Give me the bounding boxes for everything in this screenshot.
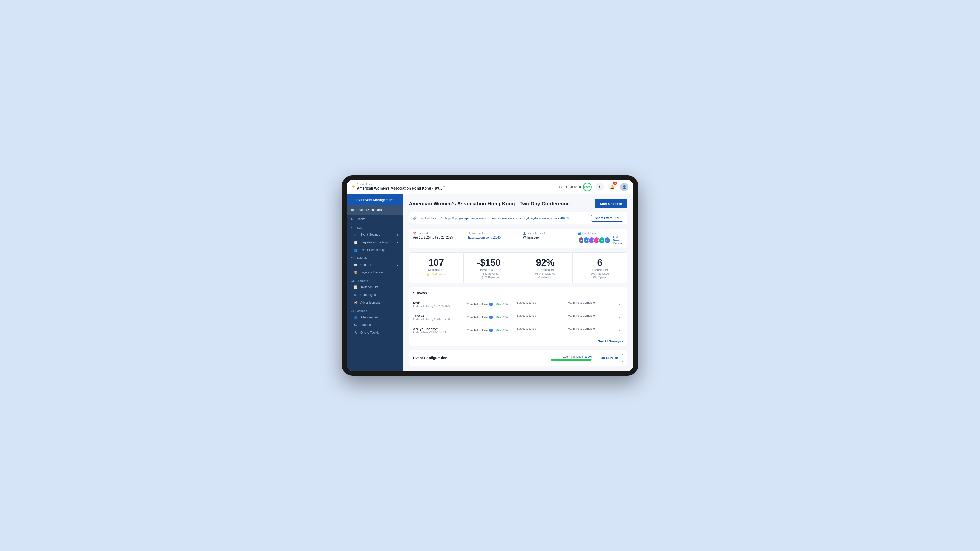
event-title-text: American Women's Association Hong Kong -…: [357, 186, 442, 190]
see-all-row: See All Surveys ›: [409, 337, 627, 346]
sidebar-item-invitation-list[interactable]: 📝 Invitation List: [347, 283, 403, 291]
sidebar-label: Layout & Design: [360, 271, 383, 274]
completion-rate-label-1: Completion Rate: [467, 303, 488, 306]
team-avatars: G A B C D +2: [578, 237, 611, 244]
webinar-link[interactable]: https://zoom.com/12345: [468, 236, 512, 239]
notification-count: 62: [613, 182, 617, 185]
see-all-surveys-link[interactable]: See All Surveys ›: [598, 340, 623, 343]
checkedin-walkedin: 0 Walked-in: [522, 276, 568, 279]
completion-rate-label-2: Completion Rate: [467, 316, 488, 319]
pnl-number: -$150: [477, 258, 501, 268]
device-inner: ★ Current Event American Women's Associa…: [347, 180, 633, 371]
survey-1-avg-val: --:--: [566, 304, 614, 308]
sidebar-item-content[interactable]: 📖 Content ▸: [347, 261, 403, 268]
survey-3-menu[interactable]: ⋮: [616, 327, 623, 333]
survey-1-date: Ends on February 15, 2022 16:59: [413, 305, 464, 308]
recipients-label: RECIPIENTS: [577, 269, 623, 272]
sidebar-item-advertisement[interactable]: 📢 Advertisement: [347, 299, 403, 306]
survey-3-pct: 0%: [496, 329, 501, 332]
help-icon-2[interactable]: ?: [489, 316, 493, 319]
meta-date-value: Apr 18, 2024 to Feb 28, 2025: [413, 236, 458, 239]
attendees-label: ATTENDEES: [413, 269, 460, 272]
help-icon-1[interactable]: ?: [489, 303, 493, 306]
sidebar-item-event-dashboard[interactable]: ⊞ Event Dashboard: [347, 205, 403, 214]
exit-event-management-button[interactable]: ← Exit Event Management: [347, 194, 403, 205]
add-team-member-link[interactable]: Add Team Member: [613, 236, 623, 245]
sidebar-item-event-community[interactable]: 👥 Event Community: [347, 246, 403, 254]
community-icon: 👥: [354, 248, 358, 252]
survey-1-name: test1: [413, 301, 464, 305]
attendees-number: 107: [413, 258, 460, 268]
webinar-icon: 🖥: [468, 232, 471, 235]
sidebar-item-badges[interactable]: 🏷 Badges: [347, 321, 403, 329]
team-icon: 👥: [578, 232, 581, 235]
config-progress-bar: [551, 359, 592, 361]
sidebar-label: Content: [360, 263, 371, 267]
top-bar: ★ Current Event American Women's Associa…: [347, 180, 633, 194]
completion-rate-label-3: Completion Rate: [467, 329, 488, 332]
surveys-section: Surveys test1 Ends on February 15, 2022 …: [409, 287, 627, 346]
chevron-down-icon: ▾: [443, 186, 445, 188]
url-section: 🔗 Event Website URL https://app.glueup.c…: [409, 212, 627, 224]
meta-contact: 👤 Internal contact William Lee: [517, 232, 567, 239]
star-members-icon: ⭐: [426, 273, 430, 276]
config-published: Event published 100%: [551, 355, 592, 361]
surveys-title: Surveys: [409, 287, 627, 298]
survey-2-completion: Completion Rate ? 0% 0 / 0: [467, 316, 514, 319]
sidebar-item-attendee-list[interactable]: 👤 Attendee List: [347, 313, 403, 321]
published-label: Event published: [559, 185, 581, 189]
meta-row: 📅 Date and time Apr 18, 2024 to Feb 28, …: [409, 229, 627, 248]
calendar-icon: 📅: [413, 232, 416, 235]
survey-2-menu[interactable]: ⋮: [616, 314, 623, 320]
badges-icon: 🏷: [354, 323, 358, 327]
stat-attendees: 107 ATTENDEES ⭐ 35 Members: [409, 252, 464, 283]
sidebar-label: Onsite Toolkit: [360, 331, 379, 334]
sidebar-item-layout-design[interactable]: 🎨 Layout & Design: [347, 268, 403, 276]
survey-3-opened: Survey Opened 0: [517, 327, 564, 333]
sidebar-item-onsite-toolkit[interactable]: 🔧 Onsite Toolkit: [347, 329, 403, 337]
star-icon: ★: [352, 184, 355, 189]
survey-1-menu[interactable]: ⋮: [616, 302, 623, 307]
meta-webinar: 🖥 Webinar Link https://zoom.com/12345: [463, 232, 512, 239]
help-icon-3[interactable]: ?: [489, 329, 493, 332]
survey-3-opened-val: 0: [517, 330, 564, 333]
content-area: American Women's Association Hong Kong -…: [403, 194, 633, 371]
sidebar-section-publish: 02. Publish: [347, 254, 403, 261]
survey-3-fraction: 0 / 0: [502, 329, 508, 332]
survey-1-completion: Completion Rate ? 0% 0 / 0: [467, 303, 514, 306]
opened-label-1: Survey Opened: [517, 301, 564, 304]
sidebar-item-tasks[interactable]: ☑ Tasks: [347, 214, 403, 224]
pnl-label: PROFIT & LOSS: [468, 269, 514, 272]
sidebar-item-registration-settings[interactable]: 📋 Registration Settings ▸: [347, 238, 403, 246]
see-all-chevron-icon: ›: [622, 340, 623, 343]
recipients-received: 100% Received: [577, 272, 623, 275]
info-button[interactable]: ℹ: [596, 183, 604, 191]
sidebar-item-event-settings[interactable]: ⚙ Event Settings ▸: [347, 231, 403, 238]
settings-icon: ⚙: [354, 233, 358, 237]
campaigns-icon: ✉: [354, 293, 358, 297]
survey-3-avg-val: --:--: [566, 330, 614, 333]
survey-3-completion: Completion Rate ? 0% 0 / 0: [467, 329, 514, 332]
unpublish-button[interactable]: Un-Publish: [596, 354, 623, 362]
event-selector[interactable]: ★ Current Event American Women's Associa…: [352, 183, 445, 191]
toolkit-icon: 🔧: [354, 331, 358, 334]
pnl-arrow-icon[interactable]: ›: [503, 260, 504, 266]
sidebar-label: Event Settings: [360, 233, 380, 237]
notifications-button[interactable]: 🔔 62: [608, 183, 616, 191]
start-checkin-button[interactable]: Start Check-In: [595, 199, 627, 208]
meta-team: 👥 Event Team G A B C D +2: [573, 232, 623, 245]
avg-label-1: Avg. Time to Complete: [566, 301, 614, 304]
event-config-label: Event Configuration: [413, 356, 447, 360]
recipients-opened: 33% Opened: [577, 276, 623, 279]
event-config-row: Event Configuration Event published 100%…: [409, 350, 627, 366]
page-title: American Women's Association Hong Kong -…: [409, 201, 570, 206]
survey-2-date: Ends on February 2, 2021 17:00: [413, 318, 464, 321]
members-link[interactable]: ⭐ 35 Members: [413, 273, 460, 276]
survey-2-opened: Survey Opened 0: [517, 314, 564, 321]
sidebar-item-campaigns[interactable]: ✉ Campaigns: [347, 291, 403, 299]
share-event-url-button[interactable]: Share Event URL: [591, 214, 624, 222]
sidebar-label: Badges: [360, 323, 371, 327]
user-avatar[interactable]: 👤: [620, 183, 628, 191]
url-link[interactable]: https://app.glueup.com/event/american-wo…: [445, 217, 570, 220]
survey-row-1: test1 Ends on February 15, 2022 16:59 Co…: [409, 298, 627, 311]
